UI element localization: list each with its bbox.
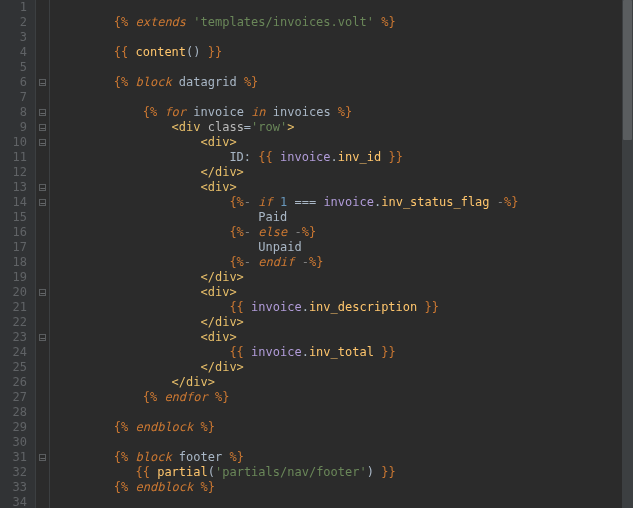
scrollbar-thumb[interactable] xyxy=(623,0,632,140)
line-number: 10 xyxy=(0,135,27,150)
line-number: 33 xyxy=(0,480,27,495)
code-line[interactable]: <div> xyxy=(56,135,622,150)
code-line[interactable]: {{ partial('partials/nav/footer') }} xyxy=(56,465,622,480)
line-number: 14 xyxy=(0,195,27,210)
code-line[interactable]: <div> xyxy=(56,285,622,300)
fold-toggle-icon[interactable] xyxy=(39,289,46,296)
code-line[interactable]: {%- endif -%} xyxy=(56,255,622,270)
code-line[interactable]: <div> xyxy=(56,330,622,345)
line-number: 7 xyxy=(0,90,27,105)
line-number: 28 xyxy=(0,405,27,420)
line-number: 34 xyxy=(0,495,27,508)
code-line[interactable]: </div> xyxy=(56,270,622,285)
line-number: 5 xyxy=(0,60,27,75)
code-line[interactable] xyxy=(56,60,622,75)
line-number: 8 xyxy=(0,105,27,120)
fold-toggle-icon[interactable] xyxy=(39,109,46,116)
code-line[interactable]: </div> xyxy=(56,165,622,180)
code-line[interactable]: ID: {{ invoice.inv_id }} xyxy=(56,150,622,165)
line-number: 20 xyxy=(0,285,27,300)
code-line[interactable]: Unpaid xyxy=(56,240,622,255)
code-line[interactable]: Paid xyxy=(56,210,622,225)
code-line[interactable]: {% endblock %} xyxy=(56,420,622,435)
line-number: 30 xyxy=(0,435,27,450)
code-line[interactable] xyxy=(56,90,622,105)
line-number: 17 xyxy=(0,240,27,255)
line-number: 24 xyxy=(0,345,27,360)
fold-toggle-icon[interactable] xyxy=(39,139,46,146)
code-line[interactable]: {% endblock %} xyxy=(56,480,622,495)
line-number: 32 xyxy=(0,465,27,480)
line-number: 25 xyxy=(0,360,27,375)
line-number: 9 xyxy=(0,120,27,135)
code-line[interactable] xyxy=(56,495,622,508)
code-line[interactable] xyxy=(56,0,622,15)
line-number: 21 xyxy=(0,300,27,315)
code-line[interactable]: {% extends 'templates/invoices.volt' %} xyxy=(56,15,622,30)
line-number: 15 xyxy=(0,210,27,225)
fold-toggle-icon[interactable] xyxy=(39,334,46,341)
code-line[interactable]: </div> xyxy=(56,375,622,390)
code-line[interactable]: </div> xyxy=(56,360,622,375)
fold-toggle-icon[interactable] xyxy=(39,199,46,206)
line-number: 11 xyxy=(0,150,27,165)
line-number: 26 xyxy=(0,375,27,390)
fold-toggle-icon[interactable] xyxy=(39,184,46,191)
code-line[interactable]: {{ invoice.inv_total }} xyxy=(56,345,622,360)
line-number: 6 xyxy=(0,75,27,90)
line-number: 23 xyxy=(0,330,27,345)
code-line[interactable]: {%- if 1 === invoice.inv_status_flag -%} xyxy=(56,195,622,210)
line-number: 31 xyxy=(0,450,27,465)
code-line[interactable]: {{ content() }} xyxy=(56,45,622,60)
line-number: 16 xyxy=(0,225,27,240)
line-number: 22 xyxy=(0,315,27,330)
code-line[interactable]: <div class='row'> xyxy=(56,120,622,135)
line-number: 13 xyxy=(0,180,27,195)
code-line[interactable]: {{ invoice.inv_description }} xyxy=(56,300,622,315)
line-number: 4 xyxy=(0,45,27,60)
fold-toggle-icon[interactable] xyxy=(39,454,46,461)
line-number: 19 xyxy=(0,270,27,285)
code-line[interactable]: {%- else -%} xyxy=(56,225,622,240)
line-number: 29 xyxy=(0,420,27,435)
line-number-gutter: 1234567891011121314151617181920212223242… xyxy=(0,0,36,508)
fold-toggle-icon[interactable] xyxy=(39,79,46,86)
code-line[interactable] xyxy=(56,30,622,45)
code-line[interactable]: {% endfor %} xyxy=(56,390,622,405)
code-line[interactable]: {% block datagrid %} xyxy=(56,75,622,90)
code-line[interactable] xyxy=(56,435,622,450)
code-line[interactable]: </div> xyxy=(56,315,622,330)
line-number: 12 xyxy=(0,165,27,180)
fold-toggle-icon[interactable] xyxy=(39,124,46,131)
line-number: 3 xyxy=(0,30,27,45)
code-line[interactable] xyxy=(56,405,622,420)
vertical-scrollbar[interactable] xyxy=(622,0,633,508)
line-number: 2 xyxy=(0,15,27,30)
code-line[interactable]: <div> xyxy=(56,180,622,195)
line-number: 1 xyxy=(0,0,27,15)
line-number: 27 xyxy=(0,390,27,405)
line-number: 18 xyxy=(0,255,27,270)
code-line[interactable]: {% block footer %} xyxy=(56,450,622,465)
code-line[interactable]: {% for invoice in invoices %} xyxy=(56,105,622,120)
fold-column xyxy=(36,0,50,508)
code-editor-content[interactable]: {% extends 'templates/invoices.volt' %} … xyxy=(50,0,622,508)
